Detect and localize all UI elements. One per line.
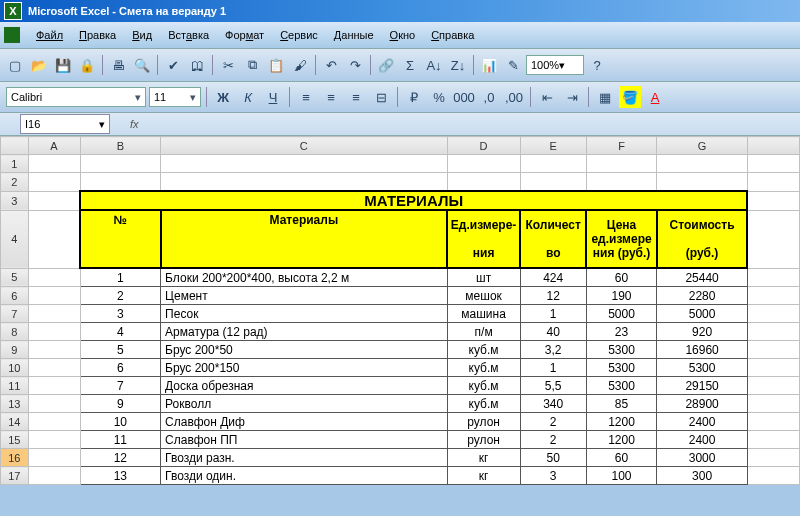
help-icon[interactable]: ? — [586, 54, 608, 76]
cell-num[interactable]: 9 — [80, 395, 161, 413]
cell-material[interactable]: Гвозди разн. — [161, 449, 448, 467]
underline-button[interactable]: Ч — [262, 86, 284, 108]
menu-insert[interactable]: Вставка — [160, 27, 217, 43]
cell-price[interactable]: 190 — [586, 287, 656, 305]
row-5[interactable]: 5 — [1, 268, 29, 287]
cell-cost[interactable]: 5300 — [657, 359, 748, 377]
align-center-icon[interactable]: ≡ — [320, 86, 342, 108]
row-10[interactable]: 10 — [1, 359, 29, 377]
new-icon[interactable]: ▢ — [4, 54, 26, 76]
fill-color-icon[interactable]: 🪣 — [619, 86, 641, 108]
cell-num[interactable]: 1 — [80, 268, 161, 287]
cell-material[interactable]: Брус 200*150 — [161, 359, 448, 377]
format-painter-icon[interactable]: 🖌 — [289, 54, 311, 76]
cell-qty[interactable]: 2 — [520, 431, 586, 449]
cell-unit[interactable]: куб.м — [447, 377, 520, 395]
sort-asc-icon[interactable]: A↓ — [423, 54, 445, 76]
col-H[interactable] — [747, 137, 799, 155]
cell-qty[interactable]: 1 — [520, 359, 586, 377]
cell-cost[interactable]: 16960 — [657, 341, 748, 359]
menu-tools[interactable]: Сервис — [272, 27, 326, 43]
bold-button[interactable]: Ж — [212, 86, 234, 108]
borders-icon[interactable]: ▦ — [594, 86, 616, 108]
fx-icon[interactable]: fx — [130, 118, 139, 130]
cell-material[interactable]: Песок — [161, 305, 448, 323]
row-15[interactable]: 15 — [1, 431, 29, 449]
copy-icon[interactable]: ⧉ — [241, 54, 263, 76]
cell-price[interactable]: 1200 — [586, 413, 656, 431]
cell-price[interactable]: 5300 — [586, 377, 656, 395]
row-11[interactable]: 11 — [1, 377, 29, 395]
select-all[interactable] — [1, 137, 29, 155]
save-icon[interactable]: 💾 — [52, 54, 74, 76]
cell-price[interactable]: 1200 — [586, 431, 656, 449]
row-3[interactable]: 3 — [1, 191, 29, 210]
cell-price[interactable]: 5000 — [586, 305, 656, 323]
font-size-combo[interactable]: 11▾ — [149, 87, 201, 107]
col-C[interactable]: C — [161, 137, 448, 155]
name-box[interactable]: I16▾ — [20, 114, 110, 134]
cell-material[interactable]: Славфон Диф — [161, 413, 448, 431]
paste-icon[interactable]: 📋 — [265, 54, 287, 76]
drawing-icon[interactable]: ✎ — [502, 54, 524, 76]
cell-material[interactable]: Арматура (12 рад) — [161, 323, 448, 341]
cell-price[interactable]: 23 — [586, 323, 656, 341]
cell-unit[interactable]: машина — [447, 305, 520, 323]
chart-icon[interactable]: 📊 — [478, 54, 500, 76]
row-8[interactable]: 8 — [1, 323, 29, 341]
cell-qty[interactable]: 340 — [520, 395, 586, 413]
cell-price[interactable]: 60 — [586, 449, 656, 467]
cell-unit[interactable]: кг — [447, 449, 520, 467]
row-14[interactable]: 14 — [1, 413, 29, 431]
cell-material[interactable]: Блоки 200*200*400, высота 2,2 м — [161, 268, 448, 287]
percent-icon[interactable]: % — [428, 86, 450, 108]
row-7[interactable]: 7 — [1, 305, 29, 323]
cell-cost[interactable]: 5000 — [657, 305, 748, 323]
align-right-icon[interactable]: ≡ — [345, 86, 367, 108]
cell-price[interactable]: 5300 — [586, 359, 656, 377]
cell-unit[interactable]: куб.м — [447, 395, 520, 413]
cell-unit[interactable]: куб.м — [447, 359, 520, 377]
cell-num[interactable]: 2 — [80, 287, 161, 305]
cell-cost[interactable]: 2400 — [657, 431, 748, 449]
cell-unit[interactable]: рулон — [447, 431, 520, 449]
cell-num[interactable]: 13 — [80, 467, 161, 485]
cell-cost[interactable]: 2280 — [657, 287, 748, 305]
preview-icon[interactable]: 🔍 — [131, 54, 153, 76]
grid[interactable]: A B C D E F G 1 2 3 МАТЕРИАЛЫ 4 № Матери… — [0, 136, 800, 485]
cell-cost[interactable]: 2400 — [657, 413, 748, 431]
cell-qty[interactable]: 2 — [520, 413, 586, 431]
autosum-icon[interactable]: Σ — [399, 54, 421, 76]
dec-decimal-icon[interactable]: ,00 — [503, 86, 525, 108]
menu-format[interactable]: Формат — [217, 27, 272, 43]
cell-price[interactable]: 100 — [586, 467, 656, 485]
print-icon[interactable]: 🖶 — [107, 54, 129, 76]
undo-icon[interactable]: ↶ — [320, 54, 342, 76]
row-16[interactable]: 16 — [1, 449, 29, 467]
cell-qty[interactable]: 3 — [520, 467, 586, 485]
cell-unit[interactable]: кг — [447, 467, 520, 485]
cell-material[interactable]: Рокволл — [161, 395, 448, 413]
col-G[interactable]: G — [657, 137, 748, 155]
cell-num[interactable]: 7 — [80, 377, 161, 395]
cell-num[interactable]: 11 — [80, 431, 161, 449]
cell-cost[interactable]: 28900 — [657, 395, 748, 413]
cell-cost[interactable]: 920 — [657, 323, 748, 341]
cell-qty[interactable]: 3,2 — [520, 341, 586, 359]
cell-unit[interactable]: рулон — [447, 413, 520, 431]
row-17[interactable]: 17 — [1, 467, 29, 485]
dec-indent-icon[interactable]: ⇤ — [536, 86, 558, 108]
zoom-combo[interactable]: 100%▾ — [526, 55, 584, 75]
cell-num[interactable]: 10 — [80, 413, 161, 431]
col-F[interactable]: F — [586, 137, 656, 155]
cell-num[interactable]: 12 — [80, 449, 161, 467]
menu-data[interactable]: Данные — [326, 27, 382, 43]
menu-edit[interactable]: Правка — [71, 27, 124, 43]
cell-price[interactable]: 60 — [586, 268, 656, 287]
cell-cost[interactable]: 300 — [657, 467, 748, 485]
merge-icon[interactable]: ⊟ — [370, 86, 392, 108]
cell-qty[interactable]: 424 — [520, 268, 586, 287]
cell-price[interactable]: 5300 — [586, 341, 656, 359]
row-4[interactable]: 4 — [1, 210, 29, 268]
align-left-icon[interactable]: ≡ — [295, 86, 317, 108]
